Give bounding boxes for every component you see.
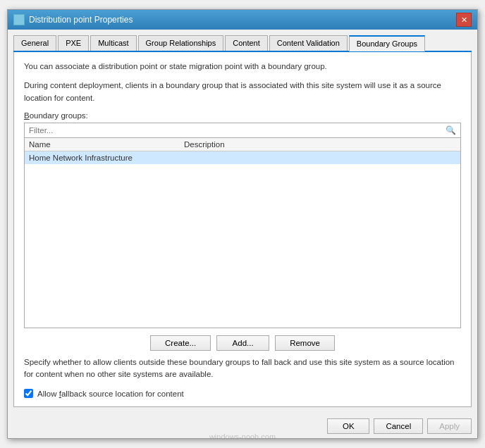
tab-bar: General PXE Multicast Group Relationship… [13,35,472,52]
col-header-description: Description [184,140,456,149]
table-row[interactable]: Home Network Infrastructure [25,151,460,164]
tab-multicast[interactable]: Multicast [90,35,136,51]
boundary-groups-table: Name Description Home Network Infrastruc… [24,138,461,328]
tab-boundary-groups[interactable]: Boundary Groups [349,35,425,51]
col-header-name: Name [29,140,184,149]
search-icon: 🔍 [441,123,460,137]
tab-general[interactable]: General [13,35,56,51]
apply-button[interactable]: Apply [427,418,472,434]
tab-group-relationships[interactable]: Group Relationships [138,35,224,51]
table-cell-name: Home Network Infrastructure [29,154,184,162]
filter-input[interactable] [25,124,441,137]
tab-pxe[interactable]: PXE [58,35,89,51]
title-bar: Distribution point Properties ✕ [8,10,477,30]
create-button[interactable]: Create... [150,335,211,351]
tab-panel-boundary-groups: You can associate a distribution point o… [13,52,472,407]
close-button[interactable]: ✕ [456,13,472,27]
remove-button[interactable]: Remove [275,335,335,351]
fallback-checkbox-label[interactable]: Allow fallback source location for conte… [37,390,184,398]
description-text-2: During content deployment, clients in a … [24,80,461,104]
table-cell-description [184,154,456,162]
tab-content[interactable]: Content [225,35,268,51]
content-area: General PXE Multicast Group Relationship… [8,30,477,413]
fallback-description: Specify whether to allow clients outside… [24,356,461,381]
window-icon [13,14,25,25]
cancel-button[interactable]: Cancel [374,418,423,434]
description-text-1: You can associate a distribution point o… [24,61,461,73]
footer-buttons: OK Cancel Apply [8,413,477,438]
table-header: Name Description [25,138,460,151]
main-window: Distribution point Properties ✕ General … [7,9,478,439]
action-buttons: Create... Add... Remove [24,335,461,351]
ok-button[interactable]: OK [327,418,369,434]
add-button[interactable]: Add... [216,335,269,351]
fallback-checkbox-row: Allow fallback source location for conte… [24,389,461,398]
boundary-groups-label: Boundary groups: [24,111,461,120]
filter-row: 🔍 [24,123,461,138]
fallback-checkbox[interactable] [24,389,33,398]
window-title: Distribution point Properties [29,15,133,25]
tab-content-validation[interactable]: Content Validation [269,35,348,51]
